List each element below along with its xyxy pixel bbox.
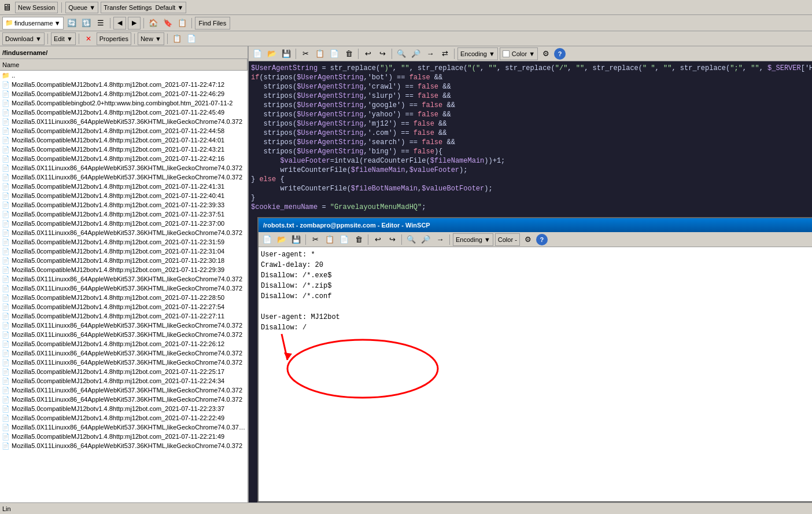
- paste-icon2[interactable]: 📄: [328, 47, 341, 60]
- file-item[interactable]: 📄Mozilla5.0compatibleMJ12botv1.4.8http:m…: [0, 311, 248, 321]
- file-item[interactable]: 📄Mozilla5.0compatibleMJ12botv1.4.8http:m…: [0, 413, 248, 423]
- robots-cut-icon[interactable]: ✂: [309, 233, 322, 246]
- robots-settings-icon[interactable]: ⚙: [522, 233, 534, 246]
- file-item[interactable]: 📄Mozilla5.0X11Linuxx86_64AppleWebKit537.…: [0, 163, 248, 172]
- robots-encoding-dropdown[interactable]: Encoding ▼: [453, 233, 493, 246]
- file-item[interactable]: 📄Mozilla5.0compatibleMJ12botv1.4.8http:m…: [0, 210, 248, 219]
- findusername-dropdown[interactable]: 📁 findusername ▼: [2, 17, 64, 30]
- file-item[interactable]: 📄Mozilla5.0X11Linuxx86_64AppleWebKit537.…: [0, 330, 248, 339]
- help-button[interactable]: ?: [554, 48, 566, 60]
- robots-new-icon[interactable]: 📄: [261, 233, 274, 246]
- file-item[interactable]: 📄Mozilla5.0compatibleMJ12botv1.4.8http:m…: [0, 367, 248, 376]
- robots-help-button[interactable]: ?: [536, 234, 548, 245]
- robots-goto-icon[interactable]: →: [434, 233, 446, 246]
- undo-icon[interactable]: ↩: [361, 47, 374, 60]
- file-item[interactable]: 📄Mozilla5.0compatibleMJ12botv1.4.8http:m…: [0, 256, 248, 265]
- name-column-header[interactable]: Name: [0, 59, 248, 70]
- file-item-parent[interactable]: 📁 ..: [0, 71, 248, 80]
- file-item[interactable]: 📄Mozilla5.0X11Linuxx86_64AppleWebKit537.…: [0, 284, 248, 293]
- file-item[interactable]: 📄Mozilla5.0compatibleMJ12botv1.4.8http:m…: [0, 265, 248, 274]
- robots-color-dropdown[interactable]: Color -: [495, 233, 520, 246]
- file-item[interactable]: 📄Mozilla5.0compatiblebingbot2.0+http:www…: [0, 98, 248, 108]
- file-item[interactable]: 📄Mozilla5.0compatibleMJ12botv1.4.8http:m…: [0, 89, 248, 98]
- copy-icon2[interactable]: 📋: [313, 47, 326, 60]
- file-item[interactable]: 📄Mozilla5.0compatibleMJ12botv1.4.8http:m…: [0, 219, 248, 228]
- file-icon: 📄: [1, 265, 10, 274]
- file-item[interactable]: 📄Mozilla5.0X11Linuxx86_64AppleWebKit537.…: [0, 117, 248, 126]
- file-item[interactable]: 📄Mozilla5.0compatibleMJ12botv1.4.8http:m…: [0, 404, 248, 413]
- find-files-button[interactable]: Find Files: [195, 17, 231, 30]
- home-icon[interactable]: 🏠: [147, 17, 160, 30]
- file-item[interactable]: 📄Mozilla5.0compatibleMJ12botv1.4.8http:m…: [0, 145, 248, 154]
- file-item[interactable]: 📄Mozilla5.0compatibleMJ12botv1.4.8http:m…: [0, 182, 248, 191]
- history-icon[interactable]: 📋: [176, 17, 189, 30]
- transfer-settings-button[interactable]: Transfer Settings Default ▼: [101, 2, 186, 13]
- robots-find-icon[interactable]: 🔍: [405, 233, 418, 246]
- file-item[interactable]: 📄Mozilla5.0compatibleMJ12botv1.4.8http:m…: [0, 247, 248, 256]
- robots-undo-icon[interactable]: ↩: [371, 233, 384, 246]
- file-item[interactable]: 📄Mozilla5.0compatibleMJ12botv1.4.8http:m…: [0, 302, 248, 311]
- robots-redo-icon[interactable]: ↪: [386, 233, 398, 246]
- delete-button[interactable]: ✕: [82, 32, 95, 45]
- file-item[interactable]: 📄Mozilla5.0compatibleMJ12botv1.4.8http:m…: [0, 339, 248, 348]
- copy-icon[interactable]: 📋: [171, 32, 183, 45]
- robots-save-icon[interactable]: 💾: [290, 233, 302, 246]
- encoding-dropdown[interactable]: Encoding ▼: [457, 47, 498, 60]
- file-item[interactable]: 📄Mozilla5.0compatibleMJ12botv1.4.8http:m…: [0, 154, 248, 163]
- file-item[interactable]: 📄Mozilla5.0compatibleMJ12botv1.4.8http:m…: [0, 200, 248, 210]
- file-item[interactable]: 📄Mozilla5.0compatibleMJ12botv1.4.8http:m…: [0, 191, 248, 200]
- list-icon[interactable]: ☰: [94, 17, 107, 30]
- robots-open-icon[interactable]: 📂: [275, 233, 288, 246]
- properties-button[interactable]: Properties: [97, 32, 131, 45]
- find-icon[interactable]: 🔍: [395, 47, 408, 60]
- code-line: $UserAgentString = str_replace(")", "", …: [251, 64, 812, 73]
- refresh-icon[interactable]: 🔃: [80, 17, 93, 30]
- file-item[interactable]: 📄Mozilla5.0X11Linuxx86_64AppleWebKit537.…: [0, 386, 248, 395]
- file-icon: 📄: [1, 441, 10, 450]
- file-item[interactable]: 📄Mozilla5.0X11Linuxx86_64AppleWebKit537.…: [0, 358, 248, 367]
- find2-icon[interactable]: 🔎: [409, 47, 422, 60]
- file-item[interactable]: 📄Mozilla5.0X11Linuxx86_64AppleWebKit537.…: [0, 441, 248, 450]
- file-item[interactable]: 📄Mozilla5.0X11Linuxx86_64AppleWebKit537.…: [0, 321, 248, 330]
- robots-content[interactable]: User-agent: *Crawl-delay: 20Disallow: /*…: [259, 247, 812, 501]
- file-item[interactable]: 📄Mozilla5.0X11Linuxx86_64AppleWebKit537.…: [0, 395, 248, 404]
- color-dropdown[interactable]: Color ▼: [500, 47, 538, 60]
- file-item[interactable]: 📄Mozilla5.0compatibleMJ12botv1.4.8http:m…: [0, 108, 248, 117]
- robots-paste-icon[interactable]: 📄: [338, 233, 350, 246]
- robots-find2-icon[interactable]: 🔎: [419, 233, 432, 246]
- replace-icon[interactable]: ⇄: [438, 47, 451, 60]
- cut-icon[interactable]: ✂: [299, 47, 312, 60]
- goto-icon[interactable]: →: [424, 47, 437, 60]
- settings-icon[interactable]: ⚙: [540, 47, 552, 60]
- download-button[interactable]: Download ▼: [2, 32, 45, 45]
- edit-button[interactable]: Edit ▼: [51, 32, 76, 45]
- file-item[interactable]: 📄Mozilla5.0compatibleMJ12botv1.4.8http:m…: [0, 376, 248, 386]
- paste-icon[interactable]: 📄: [185, 32, 198, 45]
- new-file-icon[interactable]: 📄: [251, 47, 264, 60]
- file-item[interactable]: 📄Mozilla5.0X11Linuxx86_64AppleWebKit537.…: [0, 274, 248, 284]
- delete-icon[interactable]: 🗑: [342, 47, 355, 60]
- file-item[interactable]: 📄Mozilla5.0compatibleMJ12botv1.4.8http:m…: [0, 135, 248, 145]
- file-item[interactable]: 📄Mozilla5.0X11Linuxx86_64AppleWebKit537.…: [0, 348, 248, 358]
- save-icon[interactable]: 💾: [280, 47, 293, 60]
- robots-copy-icon[interactable]: 📋: [323, 233, 336, 246]
- file-item[interactable]: 📄Mozilla5.0X11Linuxx86_64AppleWebKit537.…: [0, 172, 248, 182]
- open-icon[interactable]: 📂: [265, 47, 278, 60]
- new-button[interactable]: New ▼: [138, 32, 164, 45]
- file-item[interactable]: 📄Mozilla5.0compatibleMJ12botv1.4.8http:m…: [0, 293, 248, 302]
- file-item[interactable]: 📄Mozilla5.0X11Linuxx86_64AppleWebKit537.…: [0, 228, 248, 237]
- file-item[interactable]: 📄Mozilla5.0X11Linuxx86_64AppleWebKit537.…: [0, 423, 248, 432]
- forward-button[interactable]: ▶: [128, 17, 141, 30]
- file-item[interactable]: 📄Mozilla5.0compatibleMJ12botv1.4.8http:m…: [0, 126, 248, 135]
- queue-button[interactable]: Queue ▼: [65, 2, 98, 13]
- file-panel: /findusername/ Name 📁 .. 📄Mozilla5.0comp…: [0, 46, 249, 502]
- redo-icon[interactable]: ↪: [376, 47, 389, 60]
- back-button[interactable]: ◀: [113, 17, 126, 30]
- new-session-button[interactable]: New Session: [15, 2, 58, 13]
- bookmark-icon[interactable]: 🔖: [161, 17, 174, 30]
- file-item[interactable]: 📄Mozilla5.0compatibleMJ12botv1.4.8http:m…: [0, 80, 248, 89]
- file-item[interactable]: 📄Mozilla5.0compatibleMJ12botv1.4.8http:m…: [0, 237, 248, 247]
- sync-icon[interactable]: 🔄: [65, 17, 78, 30]
- file-item[interactable]: 📄Mozilla5.0compatibleMJ12botv1.4.8http:m…: [0, 432, 248, 441]
- robots-delete-icon[interactable]: 🗑: [352, 233, 365, 246]
